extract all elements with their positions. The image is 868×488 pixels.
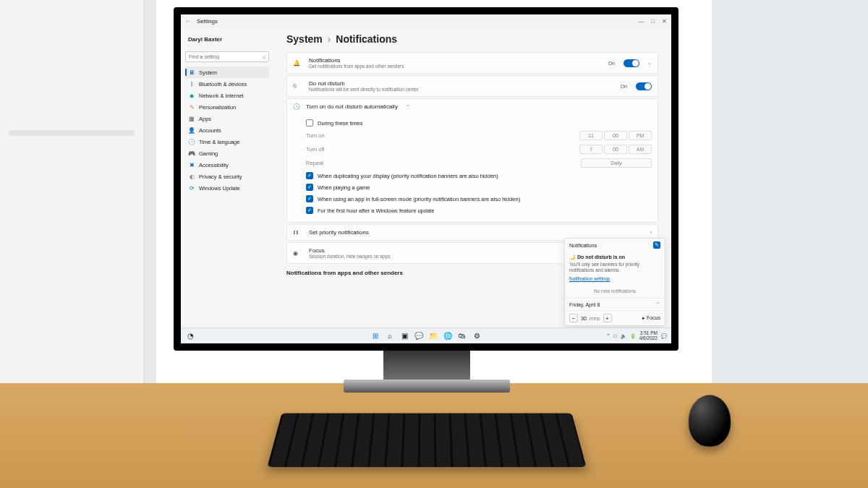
turnoff-min[interactable]: 00: [604, 145, 627, 154]
sidebar-item-system[interactable]: 🖥System: [185, 67, 269, 78]
minimize-button[interactable]: —: [638, 18, 644, 25]
tray-network-icon[interactable]: □: [614, 333, 617, 338]
back-button[interactable]: ←: [185, 18, 191, 25]
turnon-hour[interactable]: 11: [579, 131, 603, 140]
nav-icon: ◆: [188, 92, 195, 99]
notification-center: Notifications ✎ 🌙 Do not disturb is on Y…: [564, 238, 665, 326]
user-name[interactable]: Daryl Baxter: [185, 32, 269, 47]
monitor: ← Settings — □ ✕ Daryl Baxter ⌕ 🖥Systemᛒ…: [174, 7, 678, 351]
tray-chevron[interactable]: ⌃: [606, 333, 610, 339]
breadcrumb-parent[interactable]: System: [286, 33, 323, 45]
titlebar: ← Settings — □ ✕: [181, 14, 671, 27]
sidebar-item-privacy-security[interactable]: ◐Privacy & security: [185, 171, 269, 182]
auto-dnd-section: 🕓 Turn on do not disturb automatically ⌃…: [286, 98, 658, 223]
task-view[interactable]: ▣: [399, 331, 409, 341]
breadcrumb: System › Notifications: [286, 33, 658, 45]
maximize-button[interactable]: □: [651, 18, 655, 25]
start-button[interactable]: ⊞: [370, 331, 380, 341]
dnd-icon: ⦸: [293, 82, 303, 90]
chevron-down-icon[interactable]: ⌄: [647, 60, 652, 66]
feature-update-checkbox[interactable]: ✓: [306, 207, 313, 214]
nav-icon: 🎮: [188, 150, 195, 157]
tray-battery-icon[interactable]: 🔋: [630, 333, 636, 339]
search-taskbar[interactable]: ⌕: [385, 331, 395, 341]
keyboard: [267, 414, 586, 467]
chat-icon[interactable]: 💬: [414, 331, 424, 341]
nav-icon: ✎: [188, 103, 195, 111]
close-button[interactable]: ✕: [662, 18, 667, 25]
focus-start-button[interactable]: ▸ Focus: [642, 315, 660, 321]
nav-icon: 🖥: [188, 69, 195, 76]
sidebar-item-apps[interactable]: ▦Apps: [185, 113, 269, 124]
focus-minus[interactable]: −: [569, 314, 578, 322]
taskbar: ◔ ⊞ ⌕ ▣ 💬 📁 🌐 🛍 ⚙ ⌃ □ 🔈 🔋 3:51 PM 4/8/20…: [181, 328, 671, 343]
dup-display-checkbox[interactable]: ✓: [306, 172, 313, 179]
turnoff-ampm[interactable]: AM: [629, 145, 652, 154]
fullscreen-checkbox[interactable]: ✓: [306, 195, 313, 202]
chevron-up-icon[interactable]: ⌃: [656, 301, 660, 307]
weather-widget[interactable]: ◔: [185, 331, 195, 341]
main-content: System › Notifications 🔔 Notifications G…: [273, 27, 671, 328]
dnd-row[interactable]: ⦸ Do not disturb Notifications will be s…: [286, 75, 658, 97]
sidebar: Daryl Baxter ⌕ 🖥SystemᛒBluetooth & devic…: [181, 27, 273, 328]
sidebar-item-accounts[interactable]: 👤Accounts: [185, 124, 269, 136]
focus-icon: ◉: [293, 250, 303, 257]
nav-icon: ᛒ: [188, 80, 195, 87]
playing-game-checkbox[interactable]: ✓: [306, 184, 313, 191]
focus-plus[interactable]: +: [603, 314, 612, 322]
sidebar-item-time-language[interactable]: 🕒Time & language: [185, 136, 269, 147]
nav-icon: 🕒: [188, 138, 195, 145]
sidebar-item-personalization[interactable]: ✎Personalization: [185, 101, 269, 113]
turnon-min[interactable]: 00: [604, 131, 627, 140]
search-icon: ⌕: [263, 53, 266, 60]
sidebar-item-accessibility[interactable]: ✖Accessibility: [185, 159, 269, 171]
repeat-select[interactable]: Daily: [581, 158, 652, 168]
auto-dnd-header[interactable]: 🕓 Turn on do not disturb automatically ⌃: [287, 99, 658, 114]
search-input[interactable]: [185, 51, 269, 62]
edge-icon[interactable]: 🌐: [443, 331, 453, 341]
during-times-checkbox[interactable]: [306, 119, 313, 127]
bell-icon: 🔔: [293, 60, 303, 67]
sidebar-item-bluetooth-devices[interactable]: ᛒBluetooth & devices: [185, 78, 269, 90]
nav-icon: ▦: [188, 115, 195, 122]
edit-icon[interactable]: ✎: [653, 241, 660, 249]
dnd-toggle[interactable]: [636, 82, 652, 90]
notifications-row[interactable]: 🔔 Notifications Get notifications from a…: [286, 52, 658, 74]
mouse: [687, 395, 731, 446]
chevron-up-icon[interactable]: ⌃: [406, 104, 410, 110]
nav-icon: 👤: [188, 127, 195, 134]
turnon-ampm[interactable]: PM: [629, 131, 652, 140]
settings-icon[interactable]: ⚙: [472, 331, 482, 341]
chevron-right-icon: ›: [650, 230, 652, 235]
sidebar-item-network-internet[interactable]: ◆Network & internet: [185, 90, 269, 101]
breadcrumb-current: Notifications: [336, 33, 397, 45]
sidebar-item-gaming[interactable]: 🎮Gaming: [185, 147, 269, 159]
notification-settings-link[interactable]: Notification settings: [569, 276, 660, 281]
tray-volume-icon[interactable]: 🔈: [621, 333, 626, 339]
turnoff-hour[interactable]: 7: [579, 145, 603, 154]
nav-icon: ◐: [188, 173, 195, 180]
nav-icon: ⟳: [188, 184, 195, 192]
explorer-icon[interactable]: 📁: [428, 331, 438, 341]
window-title: Settings: [197, 18, 218, 25]
notification-tray-icon[interactable]: 💬: [661, 333, 667, 339]
nav-icon: ✖: [188, 161, 195, 168]
sliders-icon: ⫿⫿: [293, 229, 303, 236]
store-icon[interactable]: 🛍: [457, 331, 467, 341]
clock-icon: 🕓: [293, 103, 300, 110]
clock[interactable]: 3:51 PM 4/8/2022: [639, 331, 658, 341]
notifications-toggle[interactable]: [624, 59, 639, 67]
sidebar-item-windows-update[interactable]: ⟳Windows Update: [185, 182, 269, 194]
search-box[interactable]: ⌕: [185, 51, 269, 62]
